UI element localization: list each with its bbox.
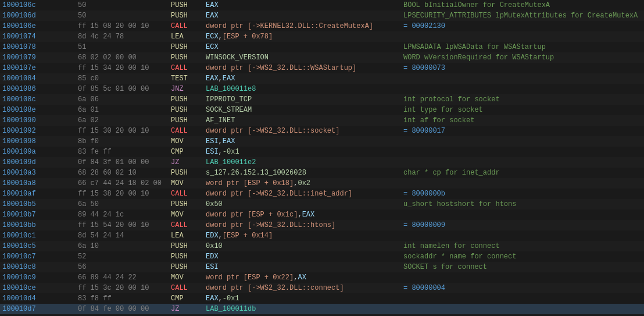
- mnemonic-cell: PUSH: [171, 106, 206, 114]
- bytes-cell: 50: [78, 12, 171, 20]
- mnemonic-cell: CALL: [171, 127, 206, 135]
- mnemonic-cell: CMP: [171, 294, 206, 303]
- table-row[interactable]: 100010b7 89 44 24 1c MOV dword ptr [ESP …: [0, 210, 644, 220]
- address-cell: 1000108c: [2, 95, 78, 104]
- table-row[interactable]: 10001090 6a 02 PUSH AF_INET int af for s…: [0, 115, 644, 126]
- address-cell: 10001090: [2, 116, 78, 125]
- table-row[interactable]: 100010c8 56 PUSH ESI SOCKET s for connec…: [0, 262, 644, 272]
- mnemonic-cell: TEST: [171, 74, 206, 83]
- bytes-cell: 83 f8 ff: [78, 294, 171, 303]
- table-row[interactable]: 100010d4 83 f8 ff CMP EAX,-0x1: [0, 293, 644, 304]
- operands-cell: LAB_100011e2: [206, 158, 403, 166]
- table-row[interactable]: 10001098 8b f0 MOV ESI,EAX: [0, 136, 644, 147]
- bytes-cell: 6a 01: [78, 106, 171, 114]
- address-cell: 100010b5: [2, 200, 78, 208]
- bytes-cell: ff 15 3c 20 00 10: [78, 284, 171, 292]
- operands-cell: dword ptr [->WS2_32.DLL::htons]: [206, 221, 403, 229]
- operands-cell: ESI,EAX: [206, 137, 403, 145]
- address-cell: 100010d7: [2, 305, 78, 313]
- address-cell: 100010c1: [2, 232, 78, 240]
- table-row[interactable]: 10001078 51 PUSH ECX LPWSADATA lpWSAData…: [0, 42, 644, 52]
- operands-cell: word ptr [ESP + 0x22],AX: [206, 274, 403, 282]
- bytes-cell: 56: [78, 263, 171, 271]
- mnemonic-cell: JZ: [171, 158, 206, 166]
- mnemonic-cell: JNZ: [171, 85, 206, 93]
- bytes-cell: 0f 85 5c 01 00 00: [78, 85, 171, 93]
- address-cell: 1000109a: [2, 148, 78, 156]
- operands-cell: dword ptr [->WS2_32.DLL::connect]: [206, 284, 403, 292]
- operands-cell: dword ptr [->WS2_32.DLL::socket]: [206, 127, 403, 135]
- bytes-cell: 68 02 02 00 00: [78, 54, 171, 62]
- mnemonic-cell: CALL: [171, 221, 206, 229]
- operands-cell: IPPROTO_TCP: [206, 95, 403, 104]
- operands-cell: LAB_100011e8: [206, 85, 403, 93]
- disassembly-view: 1000106c 50 PUSH EAX BOOL bInitialOwner …: [0, 0, 644, 316]
- table-row[interactable]: 100010a3 68 28 60 02 10 PUSH s_127.26.15…: [0, 168, 644, 178]
- bytes-cell: ff 15 34 20 00 10: [78, 64, 171, 72]
- mnemonic-cell: JZ: [171, 305, 206, 313]
- table-row[interactable]: 1000106d 50 PUSH EAX LPSECURITY_ATTRIBUT…: [0, 10, 644, 21]
- table-row[interactable]: 100010c9 66 89 44 24 22 MOV word ptr [ES…: [0, 272, 644, 283]
- table-row[interactable]: 10001084 85 c0 TEST EAX,EAX: [0, 73, 644, 84]
- table-row[interactable]: 100010c5 6a 10 PUSH 0x10 int namelen for…: [0, 241, 644, 251]
- mnemonic-cell: MOV: [171, 274, 206, 282]
- bytes-cell: ff 15 08 20 00 10: [78, 22, 171, 30]
- address-cell: 10001092: [2, 127, 78, 135]
- table-row[interactable]: 10001074 8d 4c 24 78 LEA ECX,[ESP + 0x78…: [0, 31, 644, 42]
- mnemonic-cell: PUSH: [171, 263, 206, 271]
- operands-cell: ECX,[ESP + 0x78]: [206, 33, 403, 41]
- table-row[interactable]: 10001092 ff 15 30 20 00 10 CALL dword pt…: [0, 126, 644, 136]
- address-cell: 100010a3: [2, 169, 78, 177]
- address-cell: 1000107e: [2, 64, 78, 72]
- address-cell: 100010c9: [2, 274, 78, 282]
- bytes-cell: 6a 10: [78, 242, 171, 250]
- table-row[interactable]: 1000108c 6a 06 PUSH IPPROTO_TCP int prot…: [0, 94, 644, 105]
- bytes-cell: 68 28 60 02 10: [78, 169, 171, 177]
- mnemonic-cell: CALL: [171, 190, 206, 198]
- operands-cell: EDX: [206, 253, 403, 261]
- address-cell: 100010c8: [2, 263, 78, 271]
- table-row[interactable]: 1000107e ff 15 34 20 00 10 CALL dword pt…: [0, 63, 644, 73]
- operands-cell: 0x50: [206, 200, 403, 208]
- address-cell: 100010d4: [2, 294, 78, 303]
- table-row[interactable]: 1000109a 83 fe ff CMP ESI,-0x1: [0, 147, 644, 157]
- operands-cell: WINSOCK_VERSION: [206, 54, 403, 62]
- bytes-cell: 51: [78, 43, 171, 51]
- operands-cell: 0x10: [206, 242, 403, 250]
- table-row[interactable]: 100010a8 66 c7 44 24 18 02 00 MOV word p…: [0, 178, 644, 189]
- mnemonic-cell: LEA: [171, 232, 206, 240]
- table-row[interactable]: 100010d7 0f 84 fe 00 00 00 JZ LAB_100011…: [0, 304, 644, 314]
- operands-cell: EAX: [206, 1, 403, 9]
- operands-cell: EDX,[ESP + 0x14]: [206, 232, 403, 240]
- address-cell: 10001084: [2, 74, 78, 83]
- operands-cell: LAB_100011db: [206, 305, 403, 313]
- bytes-cell: 83 fe ff: [78, 148, 171, 156]
- table-row[interactable]: 10001086 0f 85 5c 01 00 00 JNZ LAB_10001…: [0, 84, 644, 94]
- mnemonic-cell: PUSH: [171, 116, 206, 125]
- table-row[interactable]: 100010c1 8d 54 24 14 LEA EDX,[ESP + 0x14…: [0, 230, 644, 241]
- mnemonic-cell: LEA: [171, 33, 206, 41]
- mnemonic-cell: PUSH: [171, 200, 206, 208]
- table-row[interactable]: 1000108e 6a 01 PUSH SOCK_STREAM int type…: [0, 105, 644, 115]
- address-cell: 1000109d: [2, 158, 78, 166]
- bytes-cell: ff 15 54 20 00 10: [78, 221, 171, 229]
- table-row[interactable]: 100010b5 6a 50 PUSH 0x50 u_short hostsho…: [0, 199, 644, 210]
- table-row[interactable]: 1000106e ff 15 08 20 00 10 CALL dword pt…: [0, 21, 644, 31]
- table-row[interactable]: 100010ce ff 15 3c 20 00 10 CALL dword pt…: [0, 283, 644, 293]
- table-row[interactable]: 10001079 68 02 02 00 00 PUSH WINSOCK_VER…: [0, 52, 644, 63]
- table-row[interactable]: 100010c7 52 PUSH EDX sockaddr * name for…: [0, 251, 644, 262]
- address-cell: 1000106e: [2, 22, 78, 30]
- table-row[interactable]: 100010af ff 15 38 20 00 10 CALL dword pt…: [0, 189, 644, 199]
- bytes-cell: 66 89 44 24 22: [78, 274, 171, 282]
- operands-cell: EAX,-0x1: [206, 294, 403, 303]
- table-row[interactable]: 1000109d 0f 84 3f 01 00 00 JZ LAB_100011…: [0, 157, 644, 168]
- address-cell: 100010a8: [2, 179, 78, 187]
- table-row[interactable]: 100010bb ff 15 54 20 00 10 CALL dword pt…: [0, 220, 644, 230]
- operands-cell: EAX,EAX: [206, 74, 403, 83]
- mnemonic-cell: CMP: [171, 148, 206, 156]
- table-row[interactable]: 1000106c 50 PUSH EAX BOOL bInitialOwner …: [0, 0, 644, 10]
- bytes-cell: 6a 50: [78, 200, 171, 208]
- mnemonic-cell: PUSH: [171, 54, 206, 62]
- bytes-cell: 8b f0: [78, 137, 171, 145]
- bytes-cell: 6a 02: [78, 116, 171, 125]
